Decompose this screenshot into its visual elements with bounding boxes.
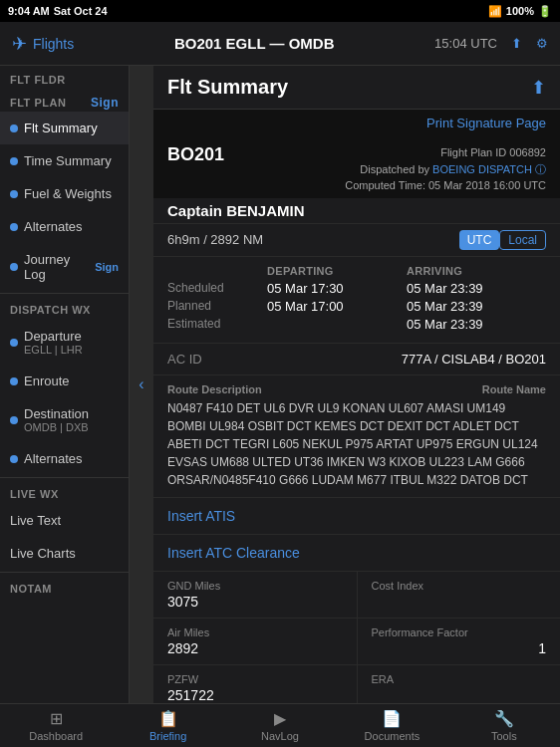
stats-row-1: GND Miles 3075 Cost Index xyxy=(153,572,560,619)
settings-icon[interactable]: ⚙ xyxy=(536,36,548,51)
sidebar-journey-log-label: Journey Log xyxy=(24,252,95,282)
battery-status: 100% xyxy=(506,5,534,17)
dot-icon xyxy=(10,339,18,347)
sidebar-section-live-wx: LIVE WX xyxy=(0,480,129,504)
tools-icon: 🔧 xyxy=(494,709,514,728)
print-signature-row: Print Signature Page xyxy=(153,110,560,136)
ac-id-val: 777A / CISLAB4 / BO201 xyxy=(402,352,546,367)
pzfw-val: 251722 xyxy=(167,687,343,703)
tab-navlog[interactable]: ▶ NavLog xyxy=(224,709,336,742)
departing-header: DEPARTING xyxy=(267,265,407,277)
flight-number: BO201 xyxy=(167,144,224,165)
time-nm-row: 6h9m / 2892 NM UTC Local xyxy=(153,223,560,256)
print-signature-link[interactable]: Print Signature Page xyxy=(426,116,546,130)
arr-scheduled-val: 05 Mar 23:39 xyxy=(407,281,546,296)
battery-icon: 🔋 xyxy=(538,5,552,18)
route-name-label: Route Name xyxy=(482,383,546,395)
route-text: N0487 F410 DET UL6 DVR UL9 KONAN UL607 A… xyxy=(167,399,546,489)
tools-label: Tools xyxy=(491,730,517,742)
sidebar-item-inner: Fuel & Weights xyxy=(10,186,112,201)
status-left: 9:04 AM Sat Oct 24 xyxy=(8,5,108,17)
share-icon[interactable]: ⬆ xyxy=(531,77,546,99)
arr-estimated-val: 05 Mar 23:39 xyxy=(407,317,546,332)
notam-label: NOTAM xyxy=(10,583,52,595)
sidebar-collapse-button[interactable]: ‹ xyxy=(130,66,153,703)
sidebar-item-enroute[interactable]: Enroute xyxy=(0,365,129,397)
gnd-miles-label: GND Miles xyxy=(167,580,343,592)
pzfw-label: PZFW xyxy=(167,673,343,685)
ac-id-row: AC ID 777A / CISLAB4 / BO201 xyxy=(153,343,560,374)
sidebar-item-destination[interactable]: Destination OMDB | DXB xyxy=(0,397,129,442)
tab-documents[interactable]: 📄 Documents xyxy=(336,709,447,742)
dashboard-label: Dashboard xyxy=(29,730,83,742)
flight-id-row: BO201 Flight Plan ID 006892 Dispatched b… xyxy=(153,136,560,198)
route-section: Route Description Route Name N0487 F410 … xyxy=(153,374,560,497)
sidebar-item-live-wx-text[interactable]: Live Text xyxy=(0,504,129,537)
sidebar-item-inner: Destination OMDB | DXB xyxy=(10,406,89,433)
documents-label: Documents xyxy=(365,730,420,742)
sidebar-departure-label: Departure xyxy=(24,329,83,344)
cost-index-cell: Cost Index xyxy=(358,572,561,618)
sidebar-item-inner: Flt Summary xyxy=(10,121,98,135)
gnd-miles-cell: GND Miles 3075 xyxy=(153,572,358,618)
arriving-header: ARRIVING xyxy=(407,265,546,277)
route-header: Route Description Route Name xyxy=(167,383,546,395)
tab-dashboard[interactable]: ⊞ Dashboard xyxy=(0,709,112,742)
era-cell: ERA xyxy=(358,665,561,704)
dispatch-name: BOEING DISPATCH xyxy=(432,163,532,175)
sidebar-item-alternates[interactable]: Alternates xyxy=(0,210,129,243)
gnd-miles-val: 3075 xyxy=(167,594,343,610)
local-button[interactable]: Local xyxy=(499,230,546,250)
flight-meta: Flight Plan ID 006892 Dispatched by BOEI… xyxy=(345,144,546,194)
sidebar-item-inner: Departure EGLL | LHR xyxy=(10,329,83,356)
planned-row: Planned 05 Mar 17:00 05 Mar 23:39 xyxy=(167,299,546,314)
sidebar-item-live-wx-charts[interactable]: Live Charts xyxy=(0,537,129,570)
sidebar-section-notam: NOTAM xyxy=(0,575,129,599)
sidebar-item-alternates-wx[interactable]: Alternates xyxy=(0,442,129,475)
stats-row-3: PZFW 251722 ERA xyxy=(153,665,560,704)
sidebar-destination-info: Destination OMDB | DXB xyxy=(24,406,89,433)
status-time: 9:04 AM xyxy=(8,5,50,17)
sidebar-item-flt-summary[interactable]: Flt Summary xyxy=(0,112,129,144)
perf-factor-val: 1 xyxy=(372,640,547,656)
journey-log-sign[interactable]: Sign xyxy=(95,261,119,273)
tab-briefing[interactable]: 📋 Briefing xyxy=(112,709,223,742)
content-wrapper: ‹ Flt Summary ⬆ Print Signature Page BO2… xyxy=(130,66,560,703)
flt-plan-sign[interactable]: Sign xyxy=(91,96,119,110)
sidebar-item-inner: Enroute xyxy=(10,374,70,388)
sidebar-item-fuel-weights[interactable]: Fuel & Weights xyxy=(0,177,129,210)
info-icon: ⓘ xyxy=(535,163,546,175)
dispatched-by: Dispatched by BOEING DISPATCH ⓘ xyxy=(345,161,546,178)
flt-plan-label: FLT PLAN xyxy=(10,97,66,109)
sidebar-item-journey-log[interactable]: Journey Log Sign xyxy=(0,243,129,291)
live-wx-label: LIVE WX xyxy=(10,488,59,500)
nav-utc: 15:04 UTC xyxy=(434,36,497,51)
back-button[interactable]: Flights xyxy=(33,36,74,52)
dep-scheduled-val: 05 Mar 17:30 xyxy=(267,281,407,296)
insert-atis[interactable]: Insert ATIS xyxy=(153,497,560,534)
utc-button[interactable]: UTC xyxy=(459,230,500,250)
perf-factor-label: Performance Factor xyxy=(372,626,547,638)
main-content: Flt Summary ⬆ Print Signature Page BO201… xyxy=(153,66,560,703)
sidebar-fuel-weights-label: Fuel & Weights xyxy=(24,186,112,201)
sidebar-item-departure[interactable]: Departure EGLL | LHR xyxy=(0,320,129,365)
era-label: ERA xyxy=(372,673,547,685)
tab-bar: ⊞ Dashboard 📋 Briefing ▶ NavLog 📄 Docume… xyxy=(0,703,560,747)
sidebar-item-inner: Alternates xyxy=(10,451,83,466)
tab-tools[interactable]: 🔧 Tools xyxy=(448,709,560,742)
captain-name: Captain BENJAMIN xyxy=(167,202,305,219)
content-title: Flt Summary xyxy=(167,76,288,99)
dot-icon xyxy=(10,190,18,198)
briefing-label: Briefing xyxy=(149,730,186,742)
sidebar-time-summary-label: Time Summary xyxy=(24,153,112,168)
status-day: Sat Oct 24 xyxy=(54,5,108,17)
dot-icon xyxy=(10,377,18,385)
briefing-icon: 📋 xyxy=(158,709,178,728)
insert-atc[interactable]: Insert ATC Clearance xyxy=(153,534,560,571)
upload-icon[interactable]: ⬆ xyxy=(511,36,522,51)
sidebar-item-inner: Alternates xyxy=(10,219,83,234)
sidebar-live-wx-charts-label: Live Charts xyxy=(10,546,76,561)
air-miles-val: 2892 xyxy=(167,640,343,656)
sidebar-item-time-summary[interactable]: Time Summary xyxy=(0,144,129,177)
dashboard-icon: ⊞ xyxy=(50,709,63,728)
